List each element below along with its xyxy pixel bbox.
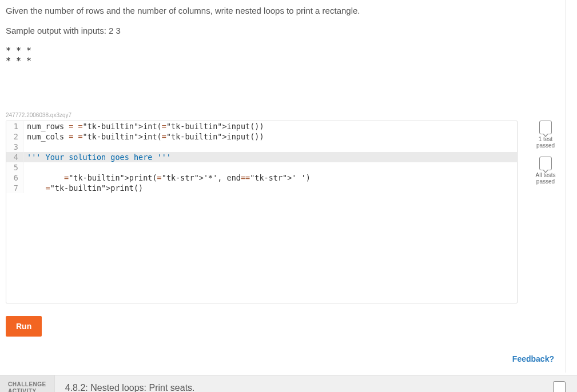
run-button[interactable]: Run (6, 316, 42, 337)
status-all-tests-passed: All tests passed (531, 157, 560, 185)
line-number: 1 (6, 121, 23, 131)
line-number: 7 (6, 183, 23, 193)
feedback-link[interactable]: Feedback? (512, 354, 554, 363)
line-number: 3 (6, 142, 23, 152)
code-content[interactable]: num_rows = ="tk-builtin">int(="tk-builti… (23, 121, 264, 131)
next-activity-bar[interactable]: CHALLENGE ACTIVITY 4.8.2: Nested loops: … (0, 375, 577, 392)
code-content[interactable]: ="tk-builtin">print() (23, 183, 143, 193)
code-content[interactable] (23, 162, 27, 173)
next-activity-title: 4.8.2: Nested loops: Print seats. (55, 375, 542, 392)
shield-icon (539, 121, 552, 134)
line-number: 2 (6, 131, 23, 142)
sample-output-label: Sample output with inputs: 2 3 (6, 26, 560, 35)
sample-output: * * * * * * (6, 46, 560, 66)
status-one-test-passed: 1 test passed (531, 121, 560, 149)
line-number: 6 (6, 173, 23, 183)
code-line[interactable]: 5 (6, 162, 517, 173)
activity-type-label: CHALLENGE ACTIVITY (0, 375, 55, 392)
shield-icon (539, 157, 552, 170)
code-line[interactable]: 7 ="tk-builtin">print() (6, 183, 517, 193)
problem-prompt: Given the number of rows and the number … (6, 6, 560, 15)
code-line[interactable]: 3 (6, 142, 517, 152)
problem-id: 247772.2006038.qx3zqy7 (6, 112, 560, 118)
code-content[interactable]: ="tk-builtin">print(="tk-str">'*', end==… (23, 173, 311, 183)
code-content[interactable]: num_cols = ="tk-builtin">int(="tk-builti… (23, 131, 264, 142)
code-content[interactable]: ''' Your solution goes here ''' (23, 152, 171, 162)
code-editor[interactable]: 1num_rows = ="tk-builtin">int(="tk-built… (6, 121, 518, 303)
code-content[interactable] (23, 142, 27, 152)
code-line[interactable]: 2num_cols = ="tk-builtin">int(="tk-built… (6, 131, 517, 142)
shield-icon (553, 381, 566, 392)
code-line[interactable]: 1num_rows = ="tk-builtin">int(="tk-built… (6, 121, 517, 131)
code-line[interactable]: 4''' Your solution goes here ''' (6, 152, 517, 162)
line-number: 5 (6, 162, 23, 173)
code-line[interactable]: 6 ="tk-builtin">print(="tk-str">'*', end… (6, 173, 517, 183)
line-number: 4 (6, 152, 23, 162)
